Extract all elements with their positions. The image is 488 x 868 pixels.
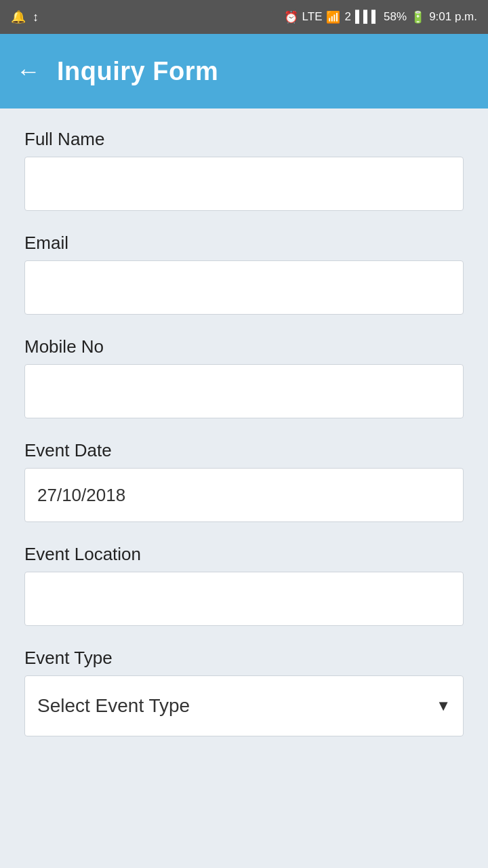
event-type-placeholder: Select Event Type [37, 695, 190, 717]
status-bar: 🔔 ↕ ⏰ LTE 📶 2 ▌▌▌ 58% 🔋 9:01 p.m. [0, 0, 488, 34]
sim-icon: 2 [344, 10, 350, 24]
notification-icon: 🔔 [11, 9, 26, 24]
app-bar: ← Inquiry Form [0, 34, 488, 108]
event-location-label: Event Location [24, 544, 464, 565]
event-type-label: Event Type [24, 648, 464, 669]
email-label: Email [24, 233, 464, 254]
time-display: 9:01 p.m. [429, 10, 477, 24]
chevron-down-icon: ▼ [436, 697, 451, 715]
lte-icon: LTE [302, 10, 323, 24]
email-input[interactable] [24, 260, 464, 315]
mobile-no-label: Mobile No [24, 336, 464, 357]
status-left-icons: 🔔 ↕ [11, 9, 39, 24]
battery-icon: 🔋 [411, 10, 425, 24]
status-right-icons: ⏰ LTE 📶 2 ▌▌▌ 58% 🔋 9:01 p.m. [284, 10, 477, 24]
full-name-label: Full Name [24, 129, 464, 150]
event-date-group: Event Date [24, 440, 464, 522]
transfer-icon: ↕ [33, 10, 39, 24]
event-location-group: Event Location [24, 544, 464, 626]
event-date-label: Event Date [24, 440, 464, 461]
alarm-icon: ⏰ [284, 10, 298, 24]
wifi-icon: 📶 [326, 10, 340, 24]
back-button[interactable]: ← [16, 59, 41, 83]
inquiry-form: Full Name Email Mobile No Event Date Eve… [0, 108, 488, 785]
mobile-no-input[interactable] [24, 364, 464, 418]
event-type-dropdown[interactable]: Select Event Type ▼ [24, 675, 464, 736]
page-title: Inquiry Form [57, 57, 218, 86]
full-name-group: Full Name [24, 129, 464, 211]
event-date-input[interactable] [24, 468, 464, 522]
event-location-input[interactable] [24, 572, 464, 626]
mobile-no-group: Mobile No [24, 336, 464, 418]
full-name-input[interactable] [24, 157, 464, 211]
battery-level: 58% [384, 10, 407, 24]
signal-icon: ▌▌▌ [355, 10, 380, 24]
event-type-group: Event Type Select Event Type ▼ [24, 648, 464, 736]
email-group: Email [24, 233, 464, 315]
